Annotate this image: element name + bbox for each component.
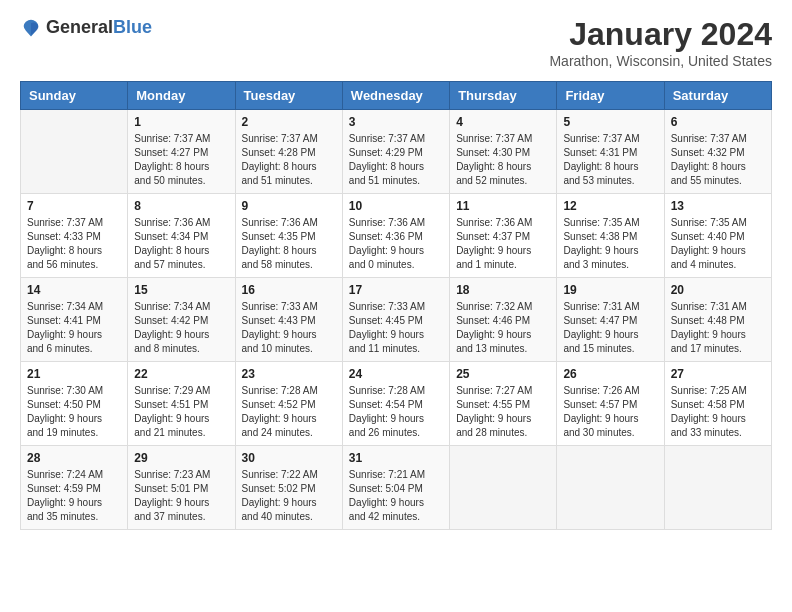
sunset-text: Sunset: 4:38 PM [563, 230, 657, 244]
daylight-text: Daylight: 9 hours and 13 minutes. [456, 328, 550, 356]
sunrise-text: Sunrise: 7:35 AM [563, 216, 657, 230]
calendar-cell: 5 Sunrise: 7:37 AM Sunset: 4:31 PM Dayli… [557, 110, 664, 194]
calendar-cell: 19 Sunrise: 7:31 AM Sunset: 4:47 PM Dayl… [557, 278, 664, 362]
weekday-header-cell: Thursday [450, 82, 557, 110]
daylight-text: Daylight: 9 hours and 28 minutes. [456, 412, 550, 440]
logo-text: GeneralBlue [46, 17, 152, 38]
sunrise-text: Sunrise: 7:37 AM [134, 132, 228, 146]
daylight-text: Daylight: 9 hours and 42 minutes. [349, 496, 443, 524]
sunrise-text: Sunrise: 7:32 AM [456, 300, 550, 314]
calendar-cell: 31 Sunrise: 7:21 AM Sunset: 5:04 PM Dayl… [342, 446, 449, 530]
logo: GeneralBlue [20, 16, 152, 38]
day-number: 24 [349, 367, 443, 381]
day-info: Sunrise: 7:27 AM Sunset: 4:55 PM Dayligh… [456, 384, 550, 440]
sunrise-text: Sunrise: 7:21 AM [349, 468, 443, 482]
day-number: 17 [349, 283, 443, 297]
sunset-text: Sunset: 4:47 PM [563, 314, 657, 328]
sunset-text: Sunset: 4:43 PM [242, 314, 336, 328]
day-number: 20 [671, 283, 765, 297]
sunset-text: Sunset: 4:48 PM [671, 314, 765, 328]
calendar-cell [21, 110, 128, 194]
daylight-text: Daylight: 9 hours and 10 minutes. [242, 328, 336, 356]
sunset-text: Sunset: 4:58 PM [671, 398, 765, 412]
daylight-text: Daylight: 9 hours and 6 minutes. [27, 328, 121, 356]
sunset-text: Sunset: 4:36 PM [349, 230, 443, 244]
day-info: Sunrise: 7:33 AM Sunset: 4:45 PM Dayligh… [349, 300, 443, 356]
calendar-table: SundayMondayTuesdayWednesdayThursdayFrid… [20, 81, 772, 530]
sunrise-text: Sunrise: 7:31 AM [563, 300, 657, 314]
sunrise-text: Sunrise: 7:23 AM [134, 468, 228, 482]
day-info: Sunrise: 7:36 AM Sunset: 4:36 PM Dayligh… [349, 216, 443, 272]
day-number: 8 [134, 199, 228, 213]
daylight-text: Daylight: 8 hours and 56 minutes. [27, 244, 121, 272]
daylight-text: Daylight: 9 hours and 40 minutes. [242, 496, 336, 524]
day-number: 13 [671, 199, 765, 213]
sunrise-text: Sunrise: 7:27 AM [456, 384, 550, 398]
calendar-cell: 8 Sunrise: 7:36 AM Sunset: 4:34 PM Dayli… [128, 194, 235, 278]
calendar-cell: 27 Sunrise: 7:25 AM Sunset: 4:58 PM Dayl… [664, 362, 771, 446]
sunrise-text: Sunrise: 7:29 AM [134, 384, 228, 398]
calendar-cell: 14 Sunrise: 7:34 AM Sunset: 4:41 PM Dayl… [21, 278, 128, 362]
daylight-text: Daylight: 9 hours and 19 minutes. [27, 412, 121, 440]
calendar-cell: 16 Sunrise: 7:33 AM Sunset: 4:43 PM Dayl… [235, 278, 342, 362]
sunset-text: Sunset: 5:02 PM [242, 482, 336, 496]
sunset-text: Sunset: 4:52 PM [242, 398, 336, 412]
calendar-cell [664, 446, 771, 530]
calendar-cell: 17 Sunrise: 7:33 AM Sunset: 4:45 PM Dayl… [342, 278, 449, 362]
day-info: Sunrise: 7:28 AM Sunset: 4:52 PM Dayligh… [242, 384, 336, 440]
calendar-cell: 4 Sunrise: 7:37 AM Sunset: 4:30 PM Dayli… [450, 110, 557, 194]
sunrise-text: Sunrise: 7:37 AM [563, 132, 657, 146]
calendar-cell: 11 Sunrise: 7:36 AM Sunset: 4:37 PM Dayl… [450, 194, 557, 278]
sunrise-text: Sunrise: 7:24 AM [27, 468, 121, 482]
sunrise-text: Sunrise: 7:31 AM [671, 300, 765, 314]
day-info: Sunrise: 7:22 AM Sunset: 5:02 PM Dayligh… [242, 468, 336, 524]
day-number: 23 [242, 367, 336, 381]
day-number: 31 [349, 451, 443, 465]
day-number: 4 [456, 115, 550, 129]
calendar-week-row: 1 Sunrise: 7:37 AM Sunset: 4:27 PM Dayli… [21, 110, 772, 194]
day-info: Sunrise: 7:32 AM Sunset: 4:46 PM Dayligh… [456, 300, 550, 356]
title-area: January 2024 Marathon, Wisconsin, United… [549, 16, 772, 69]
sunrise-text: Sunrise: 7:36 AM [242, 216, 336, 230]
calendar-cell: 24 Sunrise: 7:28 AM Sunset: 4:54 PM Dayl… [342, 362, 449, 446]
calendar-cell: 2 Sunrise: 7:37 AM Sunset: 4:28 PM Dayli… [235, 110, 342, 194]
daylight-text: Daylight: 9 hours and 15 minutes. [563, 328, 657, 356]
day-number: 5 [563, 115, 657, 129]
sunset-text: Sunset: 4:27 PM [134, 146, 228, 160]
daylight-text: Daylight: 9 hours and 24 minutes. [242, 412, 336, 440]
sunset-text: Sunset: 4:33 PM [27, 230, 121, 244]
day-number: 21 [27, 367, 121, 381]
day-number: 6 [671, 115, 765, 129]
sunrise-text: Sunrise: 7:37 AM [242, 132, 336, 146]
calendar-week-row: 28 Sunrise: 7:24 AM Sunset: 4:59 PM Dayl… [21, 446, 772, 530]
sunrise-text: Sunrise: 7:35 AM [671, 216, 765, 230]
daylight-text: Daylight: 8 hours and 58 minutes. [242, 244, 336, 272]
day-info: Sunrise: 7:31 AM Sunset: 4:47 PM Dayligh… [563, 300, 657, 356]
location-title: Marathon, Wisconsin, United States [549, 53, 772, 69]
daylight-text: Daylight: 8 hours and 57 minutes. [134, 244, 228, 272]
calendar-cell: 23 Sunrise: 7:28 AM Sunset: 4:52 PM Dayl… [235, 362, 342, 446]
calendar-cell [557, 446, 664, 530]
day-info: Sunrise: 7:34 AM Sunset: 4:41 PM Dayligh… [27, 300, 121, 356]
day-info: Sunrise: 7:37 AM Sunset: 4:33 PM Dayligh… [27, 216, 121, 272]
calendar-cell: 21 Sunrise: 7:30 AM Sunset: 4:50 PM Dayl… [21, 362, 128, 446]
day-info: Sunrise: 7:37 AM Sunset: 4:28 PM Dayligh… [242, 132, 336, 188]
sunrise-text: Sunrise: 7:22 AM [242, 468, 336, 482]
day-info: Sunrise: 7:36 AM Sunset: 4:34 PM Dayligh… [134, 216, 228, 272]
day-info: Sunrise: 7:33 AM Sunset: 4:43 PM Dayligh… [242, 300, 336, 356]
daylight-text: Daylight: 9 hours and 37 minutes. [134, 496, 228, 524]
sunset-text: Sunset: 4:50 PM [27, 398, 121, 412]
sunrise-text: Sunrise: 7:36 AM [349, 216, 443, 230]
sunrise-text: Sunrise: 7:34 AM [134, 300, 228, 314]
sunrise-text: Sunrise: 7:33 AM [349, 300, 443, 314]
daylight-text: Daylight: 9 hours and 1 minute. [456, 244, 550, 272]
day-number: 30 [242, 451, 336, 465]
day-number: 2 [242, 115, 336, 129]
calendar-cell: 1 Sunrise: 7:37 AM Sunset: 4:27 PM Dayli… [128, 110, 235, 194]
sunset-text: Sunset: 5:01 PM [134, 482, 228, 496]
day-info: Sunrise: 7:28 AM Sunset: 4:54 PM Dayligh… [349, 384, 443, 440]
sunset-text: Sunset: 4:28 PM [242, 146, 336, 160]
sunrise-text: Sunrise: 7:28 AM [349, 384, 443, 398]
sunrise-text: Sunrise: 7:34 AM [27, 300, 121, 314]
calendar-cell: 10 Sunrise: 7:36 AM Sunset: 4:36 PM Dayl… [342, 194, 449, 278]
